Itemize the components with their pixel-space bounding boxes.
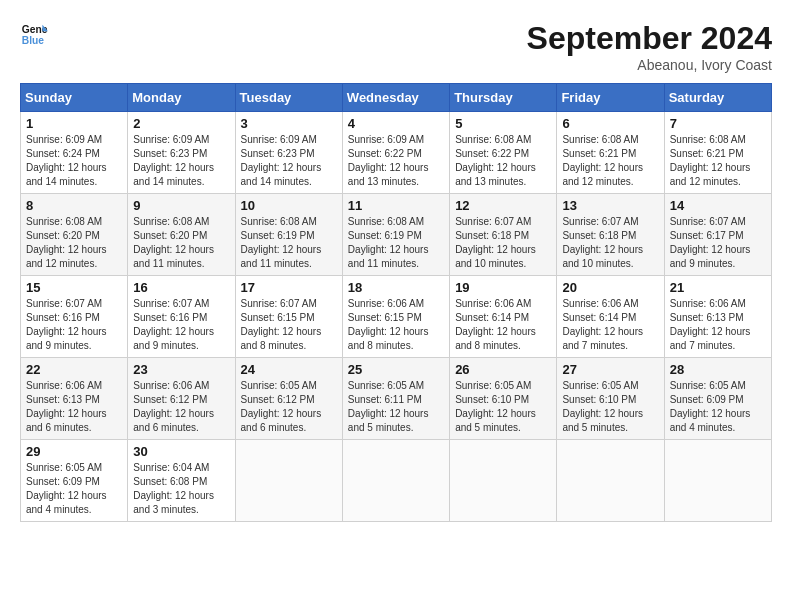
day-number: 16 — [133, 280, 229, 295]
day-number: 18 — [348, 280, 444, 295]
day-header-monday: Monday — [128, 84, 235, 112]
calendar-cell: 22Sunrise: 6:06 AM Sunset: 6:13 PM Dayli… — [21, 358, 128, 440]
calendar-cell: 12Sunrise: 6:07 AM Sunset: 6:18 PM Dayli… — [450, 194, 557, 276]
calendar: SundayMondayTuesdayWednesdayThursdayFrid… — [20, 83, 772, 522]
header: General Blue September 2024 Abeanou, Ivo… — [20, 20, 772, 73]
calendar-cell: 11Sunrise: 6:08 AM Sunset: 6:19 PM Dayli… — [342, 194, 449, 276]
day-info: Sunrise: 6:06 AM Sunset: 6:15 PM Dayligh… — [348, 297, 444, 353]
day-header-tuesday: Tuesday — [235, 84, 342, 112]
calendar-cell — [664, 440, 771, 522]
day-info: Sunrise: 6:05 AM Sunset: 6:10 PM Dayligh… — [455, 379, 551, 435]
calendar-cell: 29Sunrise: 6:05 AM Sunset: 6:09 PM Dayli… — [21, 440, 128, 522]
day-info: Sunrise: 6:08 AM Sunset: 6:21 PM Dayligh… — [562, 133, 658, 189]
day-number: 25 — [348, 362, 444, 377]
day-info: Sunrise: 6:07 AM Sunset: 6:16 PM Dayligh… — [133, 297, 229, 353]
calendar-week-row: 1Sunrise: 6:09 AM Sunset: 6:24 PM Daylig… — [21, 112, 772, 194]
day-number: 1 — [26, 116, 122, 131]
svg-text:Blue: Blue — [22, 35, 45, 46]
calendar-cell: 21Sunrise: 6:06 AM Sunset: 6:13 PM Dayli… — [664, 276, 771, 358]
calendar-cell — [235, 440, 342, 522]
calendar-cell: 9Sunrise: 6:08 AM Sunset: 6:20 PM Daylig… — [128, 194, 235, 276]
day-number: 27 — [562, 362, 658, 377]
day-number: 6 — [562, 116, 658, 131]
day-info: Sunrise: 6:07 AM Sunset: 6:17 PM Dayligh… — [670, 215, 766, 271]
calendar-week-row: 22Sunrise: 6:06 AM Sunset: 6:13 PM Dayli… — [21, 358, 772, 440]
day-info: Sunrise: 6:05 AM Sunset: 6:09 PM Dayligh… — [26, 461, 122, 517]
day-number: 26 — [455, 362, 551, 377]
calendar-cell: 18Sunrise: 6:06 AM Sunset: 6:15 PM Dayli… — [342, 276, 449, 358]
day-number: 21 — [670, 280, 766, 295]
day-number: 12 — [455, 198, 551, 213]
day-number: 5 — [455, 116, 551, 131]
day-info: Sunrise: 6:07 AM Sunset: 6:15 PM Dayligh… — [241, 297, 337, 353]
calendar-cell: 30Sunrise: 6:04 AM Sunset: 6:08 PM Dayli… — [128, 440, 235, 522]
calendar-cell — [450, 440, 557, 522]
day-info: Sunrise: 6:05 AM Sunset: 6:11 PM Dayligh… — [348, 379, 444, 435]
calendar-cell — [557, 440, 664, 522]
month-title: September 2024 — [527, 20, 772, 57]
day-number: 29 — [26, 444, 122, 459]
calendar-cell: 8Sunrise: 6:08 AM Sunset: 6:20 PM Daylig… — [21, 194, 128, 276]
calendar-week-row: 15Sunrise: 6:07 AM Sunset: 6:16 PM Dayli… — [21, 276, 772, 358]
calendar-cell: 13Sunrise: 6:07 AM Sunset: 6:18 PM Dayli… — [557, 194, 664, 276]
day-info: Sunrise: 6:07 AM Sunset: 6:16 PM Dayligh… — [26, 297, 122, 353]
logo: General Blue — [20, 20, 48, 48]
day-info: Sunrise: 6:09 AM Sunset: 6:24 PM Dayligh… — [26, 133, 122, 189]
calendar-cell: 23Sunrise: 6:06 AM Sunset: 6:12 PM Dayli… — [128, 358, 235, 440]
day-info: Sunrise: 6:05 AM Sunset: 6:09 PM Dayligh… — [670, 379, 766, 435]
day-number: 4 — [348, 116, 444, 131]
calendar-cell: 26Sunrise: 6:05 AM Sunset: 6:10 PM Dayli… — [450, 358, 557, 440]
title-area: September 2024 Abeanou, Ivory Coast — [527, 20, 772, 73]
day-number: 20 — [562, 280, 658, 295]
location-title: Abeanou, Ivory Coast — [527, 57, 772, 73]
day-number: 8 — [26, 198, 122, 213]
calendar-cell: 5Sunrise: 6:08 AM Sunset: 6:22 PM Daylig… — [450, 112, 557, 194]
day-info: Sunrise: 6:06 AM Sunset: 6:14 PM Dayligh… — [562, 297, 658, 353]
day-header-sunday: Sunday — [21, 84, 128, 112]
day-info: Sunrise: 6:06 AM Sunset: 6:13 PM Dayligh… — [670, 297, 766, 353]
day-number: 28 — [670, 362, 766, 377]
day-info: Sunrise: 6:07 AM Sunset: 6:18 PM Dayligh… — [562, 215, 658, 271]
day-info: Sunrise: 6:06 AM Sunset: 6:13 PM Dayligh… — [26, 379, 122, 435]
day-header-thursday: Thursday — [450, 84, 557, 112]
day-info: Sunrise: 6:08 AM Sunset: 6:20 PM Dayligh… — [133, 215, 229, 271]
day-info: Sunrise: 6:05 AM Sunset: 6:10 PM Dayligh… — [562, 379, 658, 435]
day-number: 13 — [562, 198, 658, 213]
day-header-saturday: Saturday — [664, 84, 771, 112]
day-info: Sunrise: 6:09 AM Sunset: 6:23 PM Dayligh… — [241, 133, 337, 189]
calendar-cell: 3Sunrise: 6:09 AM Sunset: 6:23 PM Daylig… — [235, 112, 342, 194]
calendar-cell: 10Sunrise: 6:08 AM Sunset: 6:19 PM Dayli… — [235, 194, 342, 276]
day-info: Sunrise: 6:08 AM Sunset: 6:21 PM Dayligh… — [670, 133, 766, 189]
day-number: 15 — [26, 280, 122, 295]
day-info: Sunrise: 6:08 AM Sunset: 6:20 PM Dayligh… — [26, 215, 122, 271]
calendar-cell: 6Sunrise: 6:08 AM Sunset: 6:21 PM Daylig… — [557, 112, 664, 194]
calendar-cell: 15Sunrise: 6:07 AM Sunset: 6:16 PM Dayli… — [21, 276, 128, 358]
calendar-cell — [342, 440, 449, 522]
day-info: Sunrise: 6:08 AM Sunset: 6:22 PM Dayligh… — [455, 133, 551, 189]
day-info: Sunrise: 6:06 AM Sunset: 6:14 PM Dayligh… — [455, 297, 551, 353]
day-info: Sunrise: 6:07 AM Sunset: 6:18 PM Dayligh… — [455, 215, 551, 271]
day-number: 23 — [133, 362, 229, 377]
day-number: 22 — [26, 362, 122, 377]
day-info: Sunrise: 6:04 AM Sunset: 6:08 PM Dayligh… — [133, 461, 229, 517]
day-info: Sunrise: 6:09 AM Sunset: 6:22 PM Dayligh… — [348, 133, 444, 189]
day-number: 14 — [670, 198, 766, 213]
calendar-cell: 20Sunrise: 6:06 AM Sunset: 6:14 PM Dayli… — [557, 276, 664, 358]
day-number: 19 — [455, 280, 551, 295]
calendar-cell: 17Sunrise: 6:07 AM Sunset: 6:15 PM Dayli… — [235, 276, 342, 358]
calendar-week-row: 29Sunrise: 6:05 AM Sunset: 6:09 PM Dayli… — [21, 440, 772, 522]
calendar-cell: 7Sunrise: 6:08 AM Sunset: 6:21 PM Daylig… — [664, 112, 771, 194]
day-info: Sunrise: 6:08 AM Sunset: 6:19 PM Dayligh… — [348, 215, 444, 271]
day-info: Sunrise: 6:06 AM Sunset: 6:12 PM Dayligh… — [133, 379, 229, 435]
day-number: 11 — [348, 198, 444, 213]
day-info: Sunrise: 6:09 AM Sunset: 6:23 PM Dayligh… — [133, 133, 229, 189]
day-number: 3 — [241, 116, 337, 131]
day-number: 7 — [670, 116, 766, 131]
calendar-week-row: 8Sunrise: 6:08 AM Sunset: 6:20 PM Daylig… — [21, 194, 772, 276]
day-number: 24 — [241, 362, 337, 377]
calendar-cell: 27Sunrise: 6:05 AM Sunset: 6:10 PM Dayli… — [557, 358, 664, 440]
day-number: 30 — [133, 444, 229, 459]
day-header-friday: Friday — [557, 84, 664, 112]
calendar-cell: 16Sunrise: 6:07 AM Sunset: 6:16 PM Dayli… — [128, 276, 235, 358]
calendar-header-row: SundayMondayTuesdayWednesdayThursdayFrid… — [21, 84, 772, 112]
